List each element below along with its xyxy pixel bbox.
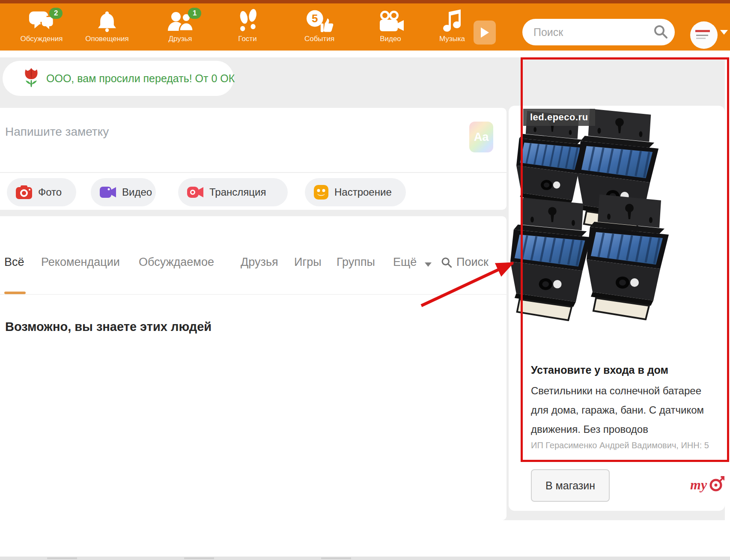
- friends-badge: 1: [188, 8, 201, 19]
- nav-item-notifications[interactable]: Оповещения: [73, 7, 141, 51]
- profile-caret-down-icon[interactable]: [720, 30, 728, 35]
- mood-button[interactable]: Настроение: [305, 178, 406, 206]
- play-icon: [480, 27, 489, 38]
- tab-groups[interactable]: Группы: [337, 256, 375, 269]
- bottom-edge-strip: [0, 557, 730, 560]
- feed-card: Всё Рекомендации Обсуждаемое Друзья Игры…: [0, 216, 507, 520]
- tulip-icon: [23, 67, 39, 89]
- mytarget-logo[interactable]: my: [690, 473, 724, 497]
- friends-icon: [146, 7, 215, 33]
- chat-icon: [7, 7, 76, 33]
- tab-recommendations[interactable]: Рекомендации: [41, 256, 120, 269]
- nav-label: Гости: [213, 35, 282, 43]
- ad-domain-label: led.epeco.ru: [523, 109, 595, 126]
- photo-icon: [15, 185, 33, 200]
- action-label: Видео: [122, 186, 152, 198]
- text-format-icon[interactable]: Aa: [469, 122, 493, 152]
- tab-more[interactable]: Ещё: [393, 256, 417, 269]
- composer-card: Напишите заметку Aa Фото Видео Трансляци…: [0, 108, 507, 210]
- video-button[interactable]: Видео: [91, 178, 156, 206]
- broadcast-button[interactable]: Трансляция: [178, 178, 288, 206]
- action-label: Фото: [38, 186, 62, 198]
- avatar[interactable]: [690, 21, 718, 49]
- ad-shop-button[interactable]: В магазин: [531, 469, 610, 502]
- ad-body: Светильники на солнечной батарее для дом…: [531, 381, 721, 439]
- nav-label: События: [285, 35, 354, 43]
- tab-all[interactable]: Всё: [4, 256, 24, 269]
- action-label: Настроение: [334, 186, 392, 198]
- nav-label: Обсуждения: [7, 35, 76, 43]
- photo-button[interactable]: Фото: [7, 178, 76, 206]
- tab-feed-search[interactable]: Поиск: [441, 256, 489, 269]
- ok-social-page: Обсуждения 2 Оповещения Друзья 1 Гости 5: [0, 0, 730, 560]
- action-label: Трансляция: [209, 186, 266, 198]
- bell-icon: [73, 7, 141, 33]
- solar-lamp-image: [587, 192, 672, 320]
- divider: [0, 172, 507, 173]
- suggestions-heading: Возможно, вы знаете этих людей: [5, 320, 212, 334]
- top-navigation-bar: Обсуждения 2 Оповещения Друзья 1 Гости 5: [0, 3, 730, 51]
- search-icon: [441, 257, 452, 268]
- ad-disclaimer: ИП Герасименко Андрей Вадимович, ИНН: 5: [531, 441, 709, 450]
- broadcast-icon: [187, 186, 204, 199]
- ad-card[interactable]: led.epeco.ru Установите у входа в дом Св…: [509, 106, 725, 511]
- nav-item-events[interactable]: 5 События: [285, 7, 354, 51]
- video-camera-icon: [356, 7, 425, 33]
- tab-discussed[interactable]: Обсуждаемое: [139, 256, 214, 269]
- mood-icon: [313, 185, 329, 200]
- discussions-badge: 2: [49, 8, 63, 19]
- note-input[interactable]: Напишите заметку: [5, 125, 109, 139]
- events-icon: 5: [285, 7, 354, 33]
- divider: [0, 294, 507, 295]
- nav-item-discussions[interactable]: Обсуждения 2: [7, 7, 76, 51]
- nav-item-guests[interactable]: Гости: [213, 7, 282, 51]
- nav-label: Оповещения: [73, 35, 141, 43]
- search-icon[interactable]: [653, 24, 668, 41]
- music-player-button[interactable]: [474, 21, 496, 45]
- tab-friends[interactable]: Друзья: [241, 256, 278, 269]
- search-input[interactable]: [533, 22, 649, 42]
- tab-games[interactable]: Игры: [294, 256, 322, 269]
- notification-banner[interactable]: ООО, вам просили передать! От 0 ОК: [3, 61, 234, 96]
- notification-text: ООО, вам просили передать! От 0 ОК: [46, 72, 235, 85]
- nav-label: Видео: [356, 35, 425, 43]
- nav-item-video[interactable]: Видео: [356, 7, 425, 51]
- solar-lamp-image: [510, 195, 594, 321]
- nav-item-friends[interactable]: Друзья 1: [146, 7, 215, 51]
- topbar-accent-stripe: [0, 0, 730, 3]
- chevron-down-icon[interactable]: [425, 262, 432, 267]
- ad-title: Установите у входа в дом: [531, 364, 668, 376]
- mytarget-text: my: [690, 477, 707, 492]
- search-box: [522, 19, 675, 45]
- footprints-icon: [213, 7, 282, 33]
- nav-label: Друзья: [146, 35, 215, 43]
- video-icon: [99, 186, 116, 199]
- tab-search-label: Поиск: [456, 256, 489, 269]
- events-count: 5: [312, 12, 318, 25]
